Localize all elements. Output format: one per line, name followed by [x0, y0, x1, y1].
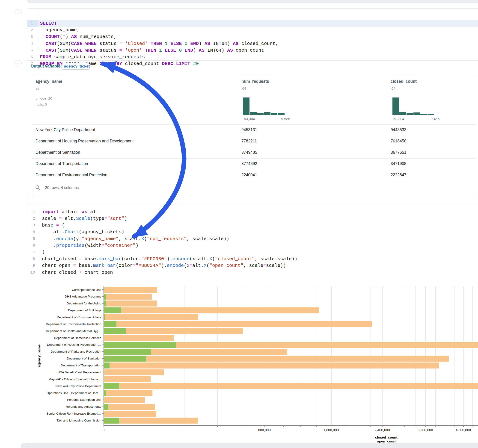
altair-chart: Correspondence UnitDHS Advantage Program… — [27, 283, 478, 437]
gutter-separator — [38, 9, 38, 69]
code-line: .properties(width="container") — [42, 242, 138, 249]
histogram-bar — [278, 113, 284, 115]
code-line: agency_name, — [40, 27, 80, 34]
histogram-bar — [243, 98, 250, 115]
x-axis-tick-label: 1,600,000 — [313, 428, 350, 432]
closed-count-bar — [104, 376, 151, 382]
code-line: .encode(y="agency_name", x=alt.X("num_re… — [42, 236, 229, 243]
row-separator — [32, 147, 476, 147]
histogram-min-label: 53,304 — [244, 117, 255, 121]
x-axis-tick-label: 2,400,000 — [364, 428, 401, 432]
code-line: CAST(SUM(CASE WHEN status = 'Open' THEN … — [40, 47, 264, 54]
x-axis-tick — [445, 425, 445, 427]
line-number: 5 — [27, 236, 35, 243]
x-axis-tick — [404, 425, 405, 427]
open-count-bar — [104, 356, 146, 361]
code-line: SELECT — [40, 20, 60, 27]
cell-divider — [27, 60, 478, 61]
line-number: 4 — [27, 40, 33, 47]
y-axis-label: DHS Advantage Programs — [30, 295, 101, 298]
y-axis-title: agency_name — [37, 342, 41, 370]
y-axis-tick — [102, 289, 104, 290]
table-cell: Department of Housing Preservation and D… — [36, 139, 133, 143]
y-axis-label: Personal Exemption Unit — [30, 398, 101, 401]
fold-chevron-icon[interactable]: ⌄ — [36, 222, 39, 229]
closed-count-bar — [104, 383, 478, 389]
line-number: 9 — [27, 262, 35, 269]
open-count-bar — [104, 321, 116, 327]
y-axis-tick — [102, 317, 104, 317]
column-type: i64 — [241, 87, 246, 91]
histogram-bar — [413, 112, 420, 115]
code-line: scale = alt.Scale(type="sqrt") — [42, 215, 127, 222]
x-axis-tick — [394, 425, 394, 427]
y-axis-tick — [102, 296, 104, 297]
histogram-max-label: 9.4e6 — [425, 117, 446, 121]
histogram-min-label: 53,304 — [393, 117, 404, 121]
row-separator — [32, 158, 476, 159]
y-axis-tick — [102, 351, 104, 352]
row-separator — [32, 170, 476, 170]
line-number: 3 — [27, 33, 33, 40]
table-cell: 9453131 — [241, 127, 257, 132]
column-type: str — [36, 87, 39, 91]
open-count-bar — [104, 404, 108, 410]
table-cell: 3471908 — [391, 161, 406, 166]
closed-count-bar — [104, 390, 152, 396]
closed-count-bar — [104, 411, 156, 417]
x-axis-tick — [370, 425, 371, 427]
x-axis-tick — [435, 425, 436, 427]
add-cell-button-output[interactable]: + — [14, 60, 22, 67]
closed-count-bar — [104, 356, 449, 361]
output-variable-chip[interactable]: agency_tickets — [61, 63, 90, 70]
table-cell: Department of Sanitation — [36, 150, 80, 155]
add-cell-button-top[interactable]: + — [14, 9, 22, 16]
y-axis-tick — [102, 358, 104, 359]
gridline — [454, 286, 454, 425]
fold-chevron-icon[interactable]: ⌄ — [34, 20, 37, 27]
y-axis-tick — [102, 303, 104, 304]
closed-count-bar — [104, 369, 164, 375]
table-cell: 2240041 — [241, 173, 257, 177]
y-axis-tick — [102, 365, 104, 366]
y-axis-tick — [102, 393, 104, 393]
table-cell: 3774892 — [241, 161, 257, 166]
open-count-bar — [104, 342, 176, 348]
x-axis-tick-label: 3,200,000 — [407, 428, 444, 432]
code-line: ) — [42, 249, 45, 256]
y-axis-tick — [102, 400, 104, 400]
histogram-bar — [428, 114, 434, 115]
x-axis-tick-label: 0 — [85, 428, 122, 432]
closed-count-bar — [104, 294, 152, 300]
line-number: 2 — [27, 27, 33, 34]
histogram-bar — [264, 112, 270, 115]
closed-count-bar — [104, 314, 198, 320]
active-line-highlight — [38, 20, 478, 27]
y-axis-tick — [102, 372, 104, 372]
table-footer-summary: 20 rows, 4 columns — [45, 186, 79, 190]
y-axis-label: Correspondence Unit — [30, 288, 101, 292]
next-cell-edge — [21, 443, 478, 448]
histogram-bar — [399, 112, 406, 115]
python-cell: 1import altair as alt2scale = alt.Scale(… — [27, 204, 478, 442]
closed-count-bar — [104, 397, 145, 403]
closed-count-bar — [104, 300, 157, 306]
x-axis-tick — [415, 425, 415, 427]
x-axis-tick — [184, 425, 184, 427]
y-axis-tick — [102, 386, 104, 386]
open-count-bar — [104, 287, 104, 293]
line-number: 2 — [27, 215, 35, 222]
code-line: alt.Chart(agency_tickets) — [42, 229, 124, 236]
histogram-bar — [407, 113, 413, 115]
histogram-max-label: 9.5e6 — [275, 117, 296, 121]
line-number: 3 — [27, 222, 35, 229]
x-axis-tick — [104, 425, 104, 427]
results-table: agency_namestrunique: 20nulls: 0num_requ… — [32, 75, 476, 196]
open-count-bar — [104, 314, 105, 320]
y-axis-tick — [102, 331, 104, 331]
search-icon[interactable] — [35, 185, 40, 190]
x-axis-tick — [243, 425, 243, 427]
x-axis-tick — [283, 425, 284, 427]
y-axis-label: Department of Buildings — [30, 309, 101, 312]
closed-count-bar — [104, 321, 372, 327]
